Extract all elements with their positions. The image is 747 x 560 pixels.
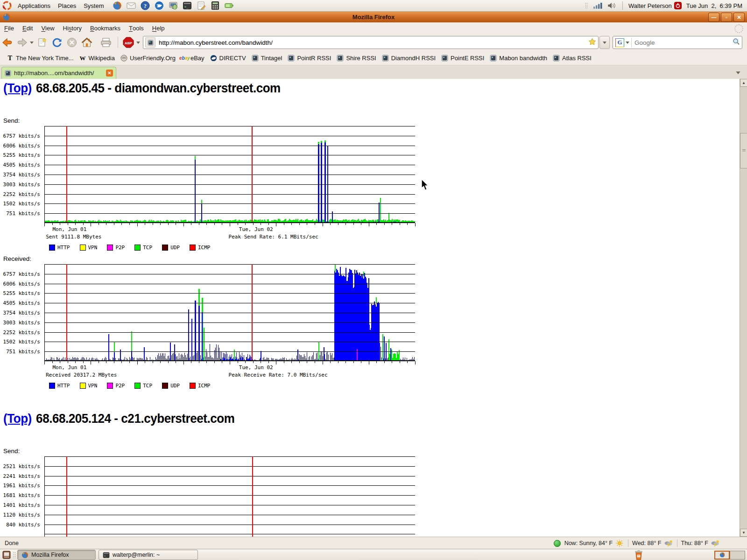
home-button[interactable]: [80, 35, 94, 49]
terminal-icon[interactable]: >_: [182, 0, 192, 11]
clock[interactable]: Tue Jun 2, 6:39 PM: [684, 2, 747, 9]
stop-button[interactable]: [65, 35, 79, 49]
menubar-tools[interactable]: Tools: [125, 22, 148, 34]
bookmark-directv[interactable]: DIRECTV: [207, 54, 249, 63]
bookmark-page-icon[interactable]: [35, 35, 49, 49]
bookmark-pointr-rssi[interactable]: PointR RSSI: [285, 54, 334, 63]
task-label: walterp@merlin: ~: [113, 552, 160, 558]
reload-button[interactable]: [50, 35, 64, 49]
top-link[interactable]: (Top): [3, 411, 32, 426]
bookmark-wikipedia[interactable]: WWikipedia: [77, 54, 118, 63]
bookmark-ebay[interactable]: ebayeBay: [178, 54, 207, 63]
scrollbar-thumb[interactable]: [740, 133, 747, 168]
chart-direction-label: Send:: [3, 448, 20, 455]
y-axis-tick-label: 3003 kbits/s: [0, 182, 40, 188]
y-axis-tick-label: 751 kbits/s: [0, 349, 40, 355]
menubar-bookmarks[interactable]: Bookmarks: [86, 22, 125, 34]
bookmark-star-icon[interactable]: [588, 38, 596, 48]
weather-item[interactable]: Now: Sunny, 84° F: [564, 539, 624, 547]
top-link[interactable]: (Top): [3, 81, 32, 95]
adblock-status-icon[interactable]: [554, 540, 561, 547]
bookmark-pointe-rssi[interactable]: PointE RSSI: [438, 54, 487, 63]
scroll-up-icon[interactable]: ▲: [740, 79, 747, 87]
menu-applications[interactable]: Applications: [14, 0, 54, 11]
tab-list-dropdown-icon[interactable]: [733, 68, 743, 77]
thunderbird-icon[interactable]: [154, 0, 164, 11]
trash-icon[interactable]: [633, 549, 644, 560]
firefox-icon[interactable]: [112, 0, 122, 11]
network-signal-icon[interactable]: [592, 0, 603, 11]
task-label: Mozilla Firefox: [31, 552, 69, 558]
bookmark-label: eBay: [190, 55, 204, 62]
section-heading-diamondwan: (Top)68.68.205.45 - diamondwan.cyberstre…: [3, 81, 281, 96]
x-axis-label: Mon, Jun 01: [52, 226, 86, 232]
bookmark-mabon-bandwidth[interactable]: Mabon bandwidth: [487, 54, 550, 63]
minimize-button[interactable]: —: [708, 13, 719, 22]
ubuntu-menu-icon[interactable]: [2, 0, 12, 11]
calculator-icon[interactable]: [210, 0, 220, 11]
scroll-down-icon[interactable]: ▼: [740, 529, 747, 537]
bookmark-atlas-rssi[interactable]: Atlas RSSI: [550, 54, 594, 63]
menubar-edit[interactable]: Edit: [18, 22, 37, 34]
workspace-switcher[interactable]: [714, 551, 745, 560]
menubar-view[interactable]: View: [37, 22, 58, 34]
bookmark-diamondh-rssi[interactable]: DiamondH RSSI: [379, 54, 438, 63]
weather-item[interactable]: Thu: 88° F: [681, 539, 720, 547]
show-desktop-icon[interactable]: [1, 550, 12, 560]
workspace-1[interactable]: [714, 551, 730, 560]
legend-item-p2p: P2P: [107, 383, 125, 389]
url-bar[interactable]: [143, 36, 599, 49]
menubar-help[interactable]: Help: [148, 22, 169, 34]
battery-icon[interactable]: [224, 0, 234, 11]
back-button[interactable]: [0, 35, 14, 49]
menu-system[interactable]: System: [80, 0, 107, 11]
notes-icon[interactable]: [196, 0, 206, 11]
mail-icon[interactable]: [126, 0, 136, 11]
volume-icon[interactable]: [606, 0, 617, 11]
bookmark-userfriendly-org[interactable]: UserFriendly.Org: [118, 54, 178, 63]
history-dropdown-icon[interactable]: [29, 40, 35, 45]
legend-label: P2P: [115, 245, 125, 251]
task-mozilla-firefox[interactable]: Mozilla Firefox: [17, 550, 96, 560]
chart-plot-area: [44, 264, 419, 367]
remote-desktop-icon[interactable]: [168, 0, 178, 11]
y-axis-tick-label: 6757 kbits/s: [0, 271, 40, 277]
search-icon[interactable]: [733, 38, 740, 47]
titlebar[interactable]: Mozilla Firefox — ▫ ✕: [0, 11, 747, 22]
bookmark-shire-rssi[interactable]: Shire RSSI: [334, 54, 379, 63]
print-button[interactable]: [98, 35, 114, 49]
bookmark-the-new-york-time[interactable]: TThe New York Time...: [4, 54, 77, 63]
maximize-button[interactable]: ▫: [721, 13, 732, 22]
vertical-scrollbar[interactable]: ▲ ▼: [740, 79, 747, 537]
menu-places[interactable]: Places: [54, 0, 80, 11]
menubar-file[interactable]: File: [0, 22, 18, 34]
terminal-icon: >_: [103, 552, 110, 559]
adblock-dropdown-icon[interactable]: [135, 40, 141, 45]
nyt-favicon-icon: T: [7, 55, 14, 62]
search-box[interactable]: G: [613, 36, 742, 49]
bookmark-label: The New York Time...: [16, 55, 74, 62]
tab-bandwidth[interactable]: http://mabon....om/bandwidth/ ✕: [1, 67, 116, 79]
menubar-history[interactable]: History: [59, 22, 86, 34]
user-switcher[interactable]: Walter Peterson: [627, 2, 684, 9]
url-input[interactable]: [158, 39, 588, 47]
forward-button[interactable]: [15, 35, 28, 49]
y-axis-tick-label: 3003 kbits/s: [0, 320, 40, 326]
workspace-2[interactable]: [730, 551, 745, 560]
weather-label: Thu: 88° F: [681, 540, 709, 546]
weather-item[interactable]: Wed: 88° F: [632, 539, 673, 547]
legend-item-http: HTTP: [49, 383, 70, 389]
bookmark-label: PointR RSSI: [297, 55, 331, 62]
y-axis-tick-label: 751 kbits/s: [0, 210, 40, 217]
help-icon[interactable]: ?: [140, 0, 150, 11]
x-axis-label: Tue, Jun 02: [239, 364, 273, 371]
adblock-icon[interactable]: ABP: [122, 35, 135, 49]
chart-legend: HTTPVPNP2PTCPUDPICMP: [49, 383, 211, 389]
search-engine-selector[interactable]: G: [615, 38, 632, 48]
close-button[interactable]: ✕: [733, 13, 745, 22]
url-dropdown-button[interactable]: [599, 36, 610, 49]
tab-close-icon[interactable]: ✕: [106, 70, 113, 77]
search-input[interactable]: [634, 39, 733, 47]
bookmark-tintagel[interactable]: Tintagel: [249, 54, 285, 63]
task-walterp-merlin[interactable]: >_walterp@merlin: ~: [99, 550, 198, 560]
